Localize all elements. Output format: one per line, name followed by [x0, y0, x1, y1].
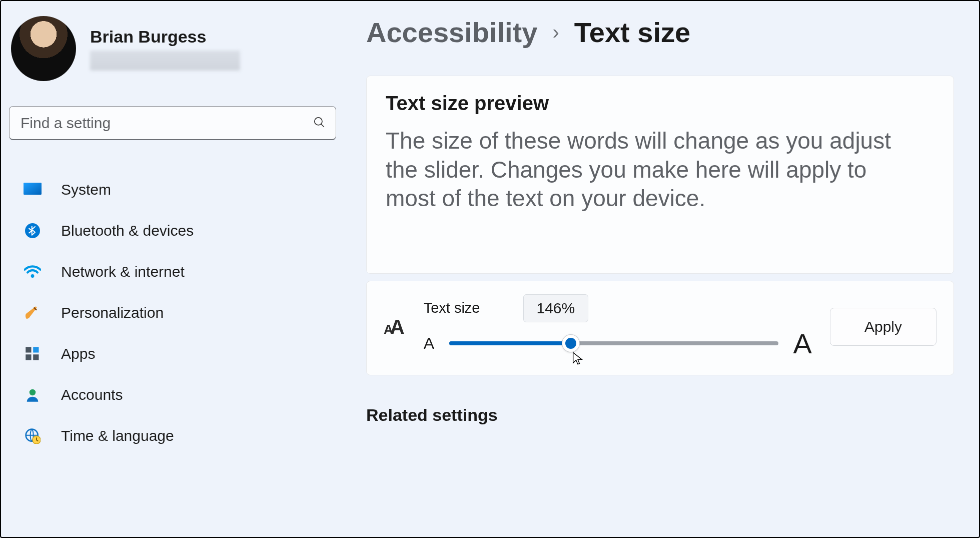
sidebar-item-label: Bluetooth & devices — [61, 222, 194, 239]
slider-fill — [449, 341, 571, 345]
sidebar-item-label: Network & internet — [61, 263, 185, 280]
sidebar-item-network[interactable]: Network & internet — [9, 251, 336, 292]
search-input[interactable] — [21, 115, 313, 132]
svg-point-0 — [315, 117, 322, 125]
svg-rect-6 — [26, 347, 31, 352]
person-icon — [23, 385, 42, 404]
svg-rect-3 — [24, 183, 42, 195]
breadcrumb: Accessibility › Text size — [366, 16, 954, 49]
user-profile[interactable]: Brian Burgess — [9, 16, 336, 81]
related-settings-heading: Related settings — [366, 405, 954, 425]
cursor-icon — [571, 351, 585, 365]
text-size-preview-card: Text size preview The size of these word… — [366, 76, 954, 274]
apply-button[interactable]: Apply — [830, 308, 936, 346]
slider-min-glyph: A — [424, 334, 434, 353]
sidebar-item-personalization[interactable]: Personalization — [9, 292, 336, 333]
svg-line-1 — [321, 124, 324, 127]
sidebar-nav: System Bluetooth & devices Network & int… — [9, 169, 336, 456]
sidebar-item-label: Personalization — [61, 304, 164, 321]
sidebar-item-label: System — [61, 181, 111, 198]
svg-point-10 — [30, 389, 36, 396]
preview-body: The size of these words will change as y… — [386, 127, 921, 213]
sidebar-item-label: Apps — [61, 345, 95, 362]
svg-point-4 — [25, 223, 40, 238]
avatar — [11, 16, 76, 81]
text-size-icon: AA — [384, 316, 402, 338]
chevron-right-icon: › — [552, 21, 559, 44]
sidebar: Brian Burgess System Bluetooth & devi — [6, 6, 346, 532]
sidebar-item-apps[interactable]: Apps — [9, 333, 336, 374]
slider-max-glyph: A — [793, 327, 812, 360]
slider-thumb[interactable] — [562, 335, 579, 352]
sidebar-item-time-language[interactable]: Time & language — [9, 415, 336, 456]
svg-point-5 — [31, 274, 35, 278]
sidebar-item-label: Time & language — [61, 427, 174, 444]
main-content: Accessibility › Text size Text size prev… — [346, 6, 974, 532]
user-email-redacted — [90, 51, 240, 71]
svg-rect-9 — [33, 354, 39, 360]
preview-title: Text size preview — [386, 92, 934, 115]
svg-rect-8 — [26, 354, 31, 360]
sidebar-item-accounts[interactable]: Accounts — [9, 374, 336, 415]
apps-grid-icon — [23, 344, 42, 363]
search-icon — [313, 116, 326, 131]
user-name: Brian Burgess — [90, 27, 240, 47]
sidebar-item-bluetooth[interactable]: Bluetooth & devices — [9, 210, 336, 251]
monitor-icon — [23, 180, 42, 199]
globe-clock-icon — [23, 426, 42, 445]
paintbrush-icon — [23, 303, 42, 322]
svg-rect-7 — [33, 347, 39, 352]
wifi-icon — [23, 262, 42, 281]
text-size-slider[interactable] — [449, 341, 778, 345]
slider-label: Text size — [424, 300, 480, 316]
sidebar-item-system[interactable]: System — [9, 169, 336, 210]
sidebar-item-label: Accounts — [61, 386, 123, 403]
bluetooth-icon — [23, 221, 42, 240]
slider-value-tooltip: 146% — [523, 294, 589, 322]
search-box[interactable] — [9, 106, 336, 140]
breadcrumb-parent[interactable]: Accessibility — [366, 16, 537, 49]
page-title: Text size — [574, 16, 690, 49]
text-size-slider-card: AA Text size 146% A A Apply — [366, 281, 954, 375]
